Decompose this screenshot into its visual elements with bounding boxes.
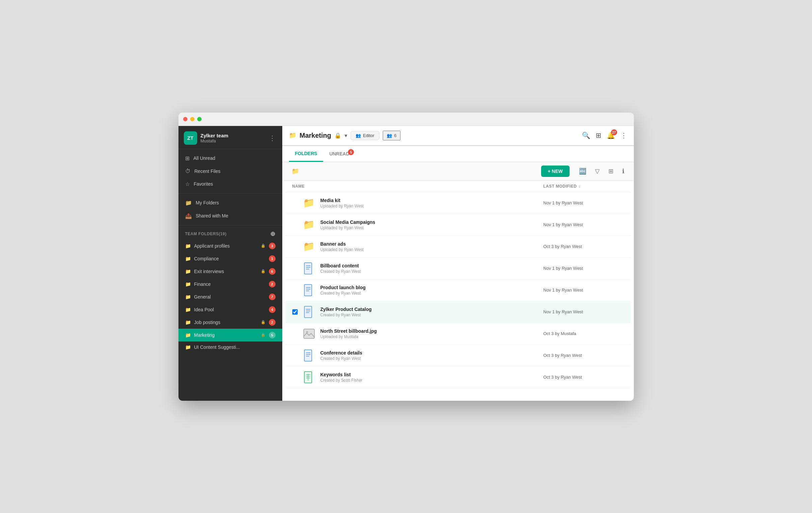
sidebar-item-all-unread[interactable]: ⊞ All Unread	[178, 152, 282, 165]
column-name: NAME	[292, 184, 544, 189]
folder-label: Applicant profiles	[194, 243, 256, 249]
folder-shared-icon: 📁	[185, 320, 191, 325]
star-icon: ☆	[185, 181, 190, 187]
svg-rect-8	[304, 306, 312, 318]
sort-az-button[interactable]: 🔤	[576, 166, 589, 176]
search-button[interactable]: 🔍	[582, 131, 590, 139]
sidebar-item-compliance[interactable]: 📁 Compliance 1	[178, 252, 282, 265]
file-row[interactable]: Zylker Product Catalog Created by Ryan W…	[286, 301, 631, 323]
sidebar-item-finance[interactable]: 📁 Finance 2	[178, 278, 282, 291]
unread-badge: 6	[269, 268, 276, 275]
file-row[interactable]: Billboard content Created by Ryan West N…	[286, 258, 631, 279]
file-modified: Oct 3 by Ryan West	[544, 353, 624, 358]
folder-label: UI Content Suggesti...	[194, 345, 276, 350]
folder-icon: 📁	[185, 200, 192, 206]
file-icon-folder: 📁	[302, 196, 316, 210]
new-button[interactable]: + NEW	[541, 165, 570, 177]
more-options-button[interactable]: ⋮	[620, 131, 627, 139]
add-team-folder-button[interactable]: ⊕	[270, 230, 276, 238]
file-modified: Nov 1 by Ryan West	[544, 309, 624, 314]
file-sub: Uploaded by Mustafa	[320, 334, 539, 339]
file-sub: Created by Ryan West	[320, 269, 539, 274]
file-row[interactable]: 📁 Media kit Uploaded by Ryan West Nov 1 …	[286, 192, 631, 214]
lock-icon: 🔒	[261, 320, 265, 324]
sort-arrow-icon: ↓	[578, 184, 581, 189]
unread-badge: 2	[269, 319, 276, 326]
team-user: Mustafa	[201, 138, 267, 143]
tab-unread[interactable]: UNREAD 5	[323, 146, 355, 161]
sidebar-item-idea-pool[interactable]: 📁 Idea Pool 4	[178, 303, 282, 316]
file-row[interactable]: Product launch blog Created by Ryan West…	[286, 279, 631, 301]
role-label: Editor	[363, 133, 374, 138]
lock-badge: 🔒	[335, 132, 341, 139]
sidebar-item-recent-files[interactable]: ⏱ Recent Files	[178, 165, 282, 178]
sidebar-item-my-folders[interactable]: 📁 My Folders	[178, 196, 282, 210]
sidebar-item-job-postings[interactable]: 📁 Job postings 🔒 2	[178, 316, 282, 329]
minimize-button[interactable]	[190, 117, 195, 121]
sidebar-item-general[interactable]: 📁 General 7	[178, 291, 282, 303]
grid-icon: ⊞	[185, 155, 190, 162]
team-name: Zylker team	[201, 133, 267, 138]
file-icon-doc	[302, 305, 316, 319]
titlebar	[178, 113, 634, 126]
document-icon	[304, 262, 314, 274]
members-count: 6	[394, 133, 397, 138]
file-row[interactable]: 📁 Banner ads Uploaded by Ryan West Oct 3…	[286, 236, 631, 258]
sidebar-item-shared-with-me[interactable]: 📤 Shared with Me	[178, 210, 282, 222]
file-sub: Uploaded by Ryan West	[320, 225, 539, 230]
sidebar-item-favorites[interactable]: ☆ Favorites	[178, 178, 282, 191]
chevron-down-icon[interactable]: ▾	[345, 132, 347, 139]
file-info: Social Media Campaigns Uploaded by Ryan …	[320, 219, 539, 230]
sidebar-menu-button[interactable]: ⋮	[267, 133, 277, 143]
info-button[interactable]: ℹ	[619, 166, 627, 176]
file-row[interactable]: 📁 Social Media Campaigns Uploaded by Rya…	[286, 214, 631, 236]
unread-badge: 4	[269, 306, 276, 313]
file-modified: Nov 1 by Ryan West	[544, 222, 624, 227]
folder-icon: 📁	[303, 219, 315, 230]
team-info: Zylker team Mustafa	[201, 133, 267, 143]
file-row[interactable]: North Street billboard.jpg Uploaded by M…	[286, 323, 631, 345]
team-folders-label: TEAM FOLDERS(19)	[185, 232, 227, 236]
maximize-button[interactable]	[197, 117, 202, 121]
lock-icon: 🔒	[261, 269, 265, 273]
row-checkbox[interactable]	[292, 309, 298, 315]
file-row[interactable]: Conference details Created by Ryan West …	[286, 345, 631, 367]
nav-label: Favorites	[194, 181, 213, 187]
svg-rect-0	[304, 263, 312, 274]
apps-button[interactable]: ⊞	[596, 131, 601, 139]
file-row[interactable]: Keywords list Created by Scott Fisher Oc…	[286, 367, 631, 388]
filter-button[interactable]: ▽	[592, 166, 602, 176]
notification-badge: 27	[611, 129, 617, 135]
sidebar-item-ui-content[interactable]: 📁 UI Content Suggesti...	[178, 342, 282, 353]
file-icon-sheet	[302, 371, 316, 384]
sidebar-item-exit-interviews[interactable]: 📁 Exit interviews 🔒 6	[178, 265, 282, 278]
folder-shared-icon: 📁	[185, 269, 191, 274]
notifications-button[interactable]: 🔔 27	[607, 131, 615, 139]
file-sub: Created by Scott Fisher	[320, 378, 539, 383]
close-button[interactable]	[183, 117, 187, 121]
file-sub: Created by Ryan West	[320, 356, 539, 361]
file-info: Keywords list Created by Scott Fisher	[320, 372, 539, 383]
file-name: Conference details	[320, 350, 539, 355]
folder-icon: 📁	[303, 197, 315, 209]
file-icon-doc	[302, 284, 316, 297]
role-editor-button[interactable]: 👥 Editor	[351, 131, 379, 140]
members-icon: 👥	[387, 133, 392, 138]
view-options-button[interactable]: ⊞	[606, 166, 616, 176]
file-name: Banner ads	[320, 241, 539, 247]
toolbar-right: 🔤 ▽ ⊞ ℹ	[576, 166, 627, 176]
unread-badge: 7	[269, 294, 276, 300]
top-bar: 📁 Marketing 🔒 ▾ 👥 Editor 👥 6 🔍 ⊞	[282, 126, 634, 146]
file-name: North Street billboard.jpg	[320, 328, 539, 334]
unread-badge: 3	[269, 243, 276, 249]
tab-label: UNREAD	[329, 151, 349, 157]
members-count-button[interactable]: 👥 6	[383, 131, 401, 140]
sidebar-item-marketing[interactable]: 📁 Marketing 🔒 5	[178, 329, 282, 342]
nav-label: All Unread	[194, 156, 215, 161]
file-modified: Oct 3 by Ryan West	[544, 244, 624, 249]
folder-shared-icon: 📁	[185, 243, 191, 249]
tab-folders[interactable]: FOLDERS	[289, 146, 323, 162]
tabs-bar: FOLDERS UNREAD 5	[282, 146, 634, 162]
tab-unread-badge: 5	[348, 149, 354, 155]
sidebar-item-applicant-profiles[interactable]: 📁 Applicant profiles 🔒 3	[178, 240, 282, 252]
